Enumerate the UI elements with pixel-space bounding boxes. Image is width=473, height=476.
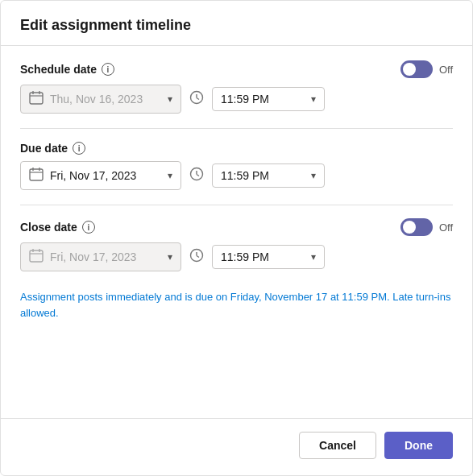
- schedule-date-label: Schedule date: [20, 63, 97, 76]
- due-clock-icon: [189, 167, 204, 184]
- due-date-value: Fri, Nov 17, 2023: [50, 169, 161, 182]
- svg-rect-0: [30, 93, 43, 104]
- svg-rect-7: [30, 169, 43, 180]
- svg-line-13: [197, 175, 199, 176]
- close-date-toggle[interactable]: [400, 218, 433, 236]
- close-date-value: Fri, Nov 17, 2023: [50, 250, 161, 263]
- edit-assignment-dialog: Edit assignment timeline Schedule date i…: [0, 0, 473, 476]
- dialog-body: Schedule date i Off: [1, 46, 472, 418]
- close-date-header: Close date i Off: [20, 218, 453, 236]
- divider-1: [20, 128, 453, 129]
- close-time-chevron: ▾: [311, 251, 316, 263]
- close-time-field[interactable]: 11:59 PM ▾: [212, 245, 325, 269]
- close-clock-icon: [189, 248, 204, 266]
- assignment-info-text: Assignment posts immediately and is due …: [20, 286, 453, 324]
- schedule-time-chevron: ▾: [311, 93, 316, 105]
- dialog-header: Edit assignment timeline: [1, 1, 472, 46]
- due-time-field[interactable]: 11:59 PM ▾: [212, 163, 325, 188]
- svg-line-20: [197, 256, 199, 258]
- close-date-info-icon[interactable]: i: [82, 221, 95, 234]
- due-time-chevron: ▾: [311, 170, 316, 181]
- close-date-toggle-group: Off: [400, 218, 453, 236]
- close-calendar-glyph: [29, 248, 44, 266]
- schedule-date-calendar-icon[interactable]: Thu, Nov 16, 2023 ▾: [20, 85, 181, 114]
- close-date-label: Close date: [20, 221, 77, 234]
- due-calendar-glyph: [29, 167, 44, 184]
- schedule-date-toggle-knob: [403, 63, 416, 76]
- close-time-value: 11:59 PM: [221, 250, 305, 263]
- svg-rect-14: [30, 250, 43, 262]
- close-date-toggle-label: Off: [439, 221, 453, 234]
- due-date-header: Due date i: [20, 142, 453, 155]
- schedule-date-toggle-group: Off: [400, 60, 453, 78]
- schedule-date-value: Thu, Nov 16, 2023: [50, 93, 161, 106]
- dialog-footer: Cancel Done: [1, 418, 472, 475]
- done-button[interactable]: Done: [384, 432, 453, 459]
- schedule-date-info-icon[interactable]: i: [102, 63, 114, 76]
- cancel-button[interactable]: Cancel: [299, 432, 376, 459]
- schedule-date-fields: Thu, Nov 16, 2023 ▾ 11:59 PM ▾: [20, 85, 453, 114]
- schedule-date-section: Schedule date i Off: [20, 60, 453, 114]
- schedule-date-toggle-label: Off: [439, 64, 453, 76]
- divider-2: [20, 205, 453, 205]
- due-date-info-icon[interactable]: i: [73, 142, 85, 155]
- close-date-chevron: ▾: [168, 251, 172, 263]
- schedule-date-chevron: ▾: [168, 93, 172, 105]
- svg-line-6: [197, 98, 199, 100]
- schedule-clock-icon: [189, 90, 204, 108]
- due-date-section: Due date i Fri, Nov 17, 2023 ▾: [20, 142, 453, 190]
- schedule-date-toggle[interactable]: [400, 60, 433, 78]
- due-time-value: 11:59 PM: [221, 169, 305, 182]
- due-date-label-group: Due date i: [20, 142, 85, 155]
- close-date-section: Close date i Off: [20, 218, 453, 271]
- due-date-label: Due date: [20, 142, 68, 155]
- schedule-time-field[interactable]: 11:59 PM ▾: [212, 87, 325, 111]
- schedule-date-header: Schedule date i Off: [20, 60, 453, 78]
- due-date-chevron: ▾: [168, 170, 172, 181]
- schedule-date-label-group: Schedule date i: [20, 63, 114, 76]
- due-date-field[interactable]: Fri, Nov 17, 2023 ▾: [20, 161, 181, 190]
- due-date-fields: Fri, Nov 17, 2023 ▾ 11:59 PM ▾: [20, 161, 453, 190]
- close-date-label-group: Close date i: [20, 221, 95, 234]
- schedule-calendar-glyph: [29, 90, 44, 108]
- dialog-title: Edit assignment timeline: [20, 17, 191, 33]
- close-date-fields: Fri, Nov 17, 2023 ▾ 11:59 PM ▾: [20, 242, 453, 271]
- close-date-toggle-knob: [403, 221, 416, 234]
- schedule-time-value: 11:59 PM: [221, 93, 305, 106]
- close-date-field[interactable]: Fri, Nov 17, 2023 ▾: [20, 242, 181, 271]
